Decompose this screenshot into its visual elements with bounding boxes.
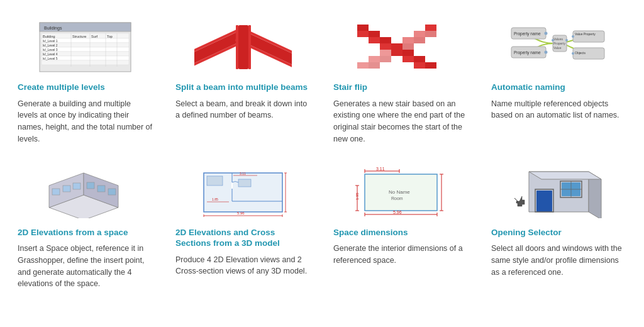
- card-desc-stair: Generates a new stair based on an existi…: [333, 98, 469, 145]
- svg-point-73: [565, 39, 568, 42]
- card-image-space-dim: No Name Room 5.96 3.11: [333, 164, 469, 221]
- svg-rect-80: [63, 186, 70, 192]
- card-image-levels: Buildings Building Structure Surf Top: [18, 19, 153, 75]
- svg-rect-56: [369, 62, 380, 69]
- svg-rect-57: [357, 62, 369, 69]
- svg-rect-90: [238, 179, 251, 187]
- svg-rect-34: [369, 31, 380, 37]
- svg-rect-45: [425, 25, 436, 31]
- svg-rect-42: [414, 56, 425, 62]
- svg-rect-89: [207, 176, 223, 186]
- svg-rect-43: [414, 62, 425, 69]
- svg-rect-40: [402, 50, 414, 56]
- svg-rect-35: [369, 37, 380, 43]
- svg-text:lvl_Level 3: lvl_Level 3: [43, 48, 58, 52]
- svg-rect-30: [236, 25, 238, 69]
- svg-text:lvl_Level 5: lvl_Level 5: [43, 57, 58, 60]
- svg-text:5.96: 5.96: [237, 211, 245, 215]
- svg-rect-79: [52, 189, 60, 195]
- card-space-dimensions: No Name Room 5.96 3.11: [322, 158, 480, 303]
- card-image-elevations-space: [18, 164, 153, 221]
- svg-rect-53: [380, 50, 391, 56]
- card-title-space-dim[interactable]: Space dimensions: [333, 227, 469, 238]
- card-image-opening: [491, 164, 626, 221]
- card-elevations-3d: 5.96 1.85 3.11 2D Elevations and Cross S…: [164, 158, 322, 303]
- svg-rect-29: [238, 25, 248, 69]
- svg-line-129: [514, 198, 518, 201]
- card-image-beam: [175, 19, 311, 75]
- card-split-beam: Split a beam into multiple beams Select …: [164, 13, 322, 158]
- svg-text:Buildings: Buildings: [44, 26, 62, 31]
- card-title-elevations-space[interactable]: 2D Elevations from a space: [18, 227, 153, 238]
- svg-text:Property: Property: [553, 42, 565, 45]
- svg-rect-44: [425, 62, 436, 69]
- card-desc-space-dim: Generate the interior dimensions of a re…: [333, 243, 469, 267]
- card-image-elevations-3d: 5.96 1.85 3.11: [175, 164, 311, 221]
- svg-text:lvl_Level 4: lvl_Level 4: [43, 52, 58, 56]
- svg-rect-84: [108, 189, 116, 195]
- card-image-naming: Property name Property name Values Prope…: [491, 19, 626, 75]
- svg-text:Property name: Property name: [514, 31, 541, 36]
- svg-rect-9: [42, 60, 129, 65]
- svg-rect-81: [73, 183, 80, 189]
- svg-text:lvl_Level 2: lvl_Level 2: [43, 43, 58, 47]
- svg-text:Value Property: Value Property: [575, 32, 596, 36]
- svg-text:No Name: No Name: [389, 189, 410, 195]
- svg-rect-46: [425, 31, 436, 37]
- svg-point-75: [572, 52, 574, 55]
- svg-text:Structure: Structure: [72, 35, 86, 38]
- svg-rect-48: [414, 37, 425, 43]
- svg-rect-31: [248, 25, 251, 69]
- svg-rect-55: [369, 56, 380, 62]
- svg-text:Values: Values: [553, 37, 563, 41]
- card-image-stair: [333, 19, 469, 75]
- card-automatic-naming: Property name Property name Values Prope…: [480, 13, 638, 158]
- card-opening-selector: Opening Selector Select all doors and wi…: [480, 158, 638, 303]
- svg-text:3.11: 3.11: [376, 167, 385, 171]
- svg-text:Building: Building: [43, 35, 55, 38]
- svg-rect-32: [357, 25, 369, 31]
- card-title-naming[interactable]: Automatic naming: [491, 82, 626, 93]
- svg-rect-47: [414, 31, 425, 37]
- svg-point-71: [545, 51, 548, 54]
- svg-text:Property name: Property name: [514, 50, 541, 55]
- svg-rect-33: [357, 31, 369, 37]
- svg-text:Surf: Surf: [91, 35, 98, 38]
- card-desc-opening: Select all doors and windows with the sa…: [491, 243, 626, 278]
- svg-text:lvl_Level 1: lvl_Level 1: [43, 39, 58, 43]
- svg-rect-41: [402, 56, 414, 62]
- svg-rect-123: [536, 191, 552, 212]
- svg-marker-122: [529, 172, 601, 179]
- card-desc-elevations-3d: Produce 4 2D Elevation views and 2 Cross…: [175, 254, 311, 278]
- card-title-opening[interactable]: Opening Selector: [491, 227, 626, 238]
- svg-point-72: [552, 39, 554, 42]
- svg-rect-83: [97, 186, 105, 192]
- card-elevations-space: 2D Elevations from a space Insert a Spac…: [6, 158, 164, 303]
- card-desc-naming: Name multiple referenced objects based o…: [491, 98, 626, 122]
- svg-rect-82: [87, 182, 94, 189]
- card-desc-beam: Select a beam, and break it down into a …: [175, 98, 311, 122]
- card-title-stair[interactable]: Stair flip: [333, 82, 469, 93]
- svg-text:5.96: 5.96: [393, 210, 402, 214]
- card-title-levels[interactable]: Create multiple levels: [18, 82, 153, 93]
- card-desc-elevations-space: Insert a Space object, reference it in G…: [18, 243, 153, 290]
- svg-rect-36: [380, 37, 391, 43]
- svg-point-70: [545, 32, 548, 35]
- svg-rect-51: [391, 43, 402, 50]
- svg-rect-50: [402, 43, 414, 50]
- svg-text:Value: Value: [553, 46, 562, 50]
- svg-rect-52: [391, 50, 402, 56]
- svg-text:Top: Top: [107, 35, 113, 38]
- card-title-elevations-3d[interactable]: 2D Elevations and Cross Sections from a …: [175, 227, 311, 249]
- svg-text:Objects: Objects: [575, 51, 586, 55]
- features-grid: Buildings Building Structure Surf Top: [0, 0, 644, 315]
- svg-text:1.85: 1.85: [212, 197, 218, 201]
- svg-point-74: [572, 35, 574, 38]
- svg-rect-49: [402, 37, 414, 43]
- card-create-multiple-levels: Buildings Building Structure Surf Top: [6, 13, 164, 158]
- svg-text:Room: Room: [391, 196, 403, 201]
- card-desc-levels: Generate a building and multiple levels …: [18, 98, 153, 145]
- svg-rect-54: [380, 56, 391, 62]
- card-stair-flip: Stair flip Generates a new stair based o…: [322, 13, 480, 158]
- card-title-beam[interactable]: Split a beam into multiple beams: [175, 82, 311, 93]
